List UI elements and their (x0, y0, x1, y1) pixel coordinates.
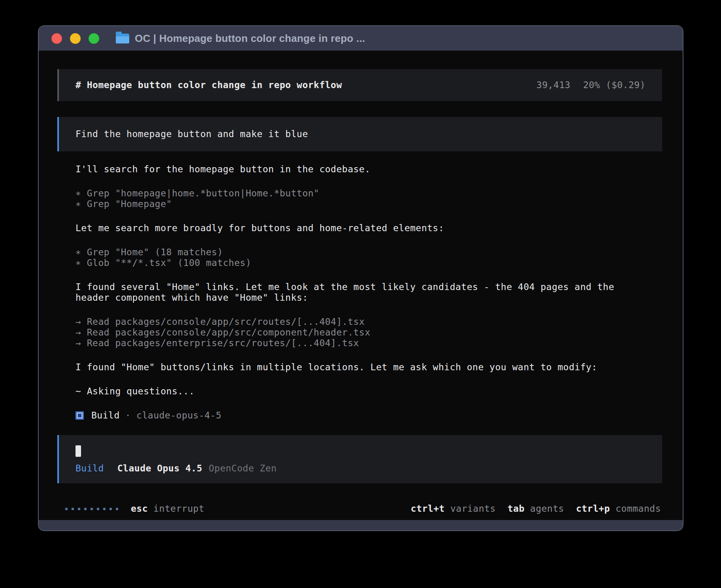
agent-icon (75, 411, 84, 420)
transcript-paragraph: I found "Home" buttons/links in multiple… (75, 362, 662, 373)
transcript-line: header component which have "Home" links… (75, 292, 662, 303)
agent-model: claude-opus-4-5 (136, 410, 221, 421)
interrupt-label: interrupt (153, 503, 204, 514)
transcript-line: ∗ Grep "homepage|home.*button|Home.*butt… (75, 188, 662, 199)
transcript-line: Let me search more broadly for buttons a… (75, 223, 662, 234)
esc-key-hint: esc (131, 503, 148, 514)
spinner-dots (65, 508, 118, 510)
status-bar: esc interrupt ctrl+t variants tab agents… (57, 503, 662, 514)
transcript-paragraph: ∗ Grep "Home" (18 matches)∗ Glob "**/*.t… (75, 247, 662, 268)
title-bar: OC | Homepage button color change in rep… (39, 26, 683, 51)
minimize-button[interactable] (70, 33, 81, 44)
agents-label: agents (530, 503, 564, 514)
spinner-dot (103, 508, 106, 510)
spinner-dot (91, 508, 93, 510)
agent-status-line: Build · claude-opus-4-5 (57, 410, 662, 421)
transcript-line: ∗ Glob "**/*.tsx" (100 matches) (75, 258, 662, 268)
terminal-content: # Homepage button color change in repo w… (39, 51, 683, 520)
text-cursor (75, 445, 81, 457)
window-title: OC | Homepage button color change in rep… (135, 32, 365, 45)
ctrl-t-key-hint: ctrl+t (411, 503, 445, 514)
transcript-line: ∗ Grep "Homepage" (75, 199, 662, 209)
transcript-line: I'll search for the homepage button in t… (75, 164, 662, 175)
spinner-dot (97, 508, 99, 510)
user-message: Find the homepage button and make it blu… (57, 117, 662, 151)
transcript-line: → Read packages/console/app/src/componen… (75, 327, 662, 338)
transcript-paragraph: I found several "Home" links. Let me loo… (75, 282, 662, 303)
window-footer-strip (39, 520, 683, 530)
transcript-paragraph: Let me search more broadly for buttons a… (75, 223, 662, 234)
status-right: ctrl+t variants tab agents ctrl+p comman… (399, 503, 661, 514)
agent-name: Build (91, 410, 120, 421)
transcript: I'll search for the homepage button in t… (57, 164, 662, 397)
spinner-dot (65, 508, 68, 510)
commands-label: commands (615, 503, 661, 514)
token-count: 39,413 (536, 80, 570, 90)
spinner-dot (84, 508, 87, 510)
agent-separator: · (125, 410, 131, 421)
context-cost: 20% ($0.29) (583, 80, 646, 90)
status-left: esc interrupt (65, 503, 204, 514)
transcript-line: I found several "Home" links. Let me loo… (75, 282, 662, 292)
variants-label: variants (450, 503, 496, 514)
session-header: # Homepage button color change in repo w… (57, 69, 662, 101)
transcript-line: ∗ Grep "Home" (18 matches) (75, 247, 662, 258)
shortcut-agents: tab agents (508, 503, 564, 514)
session-title: # Homepage button color change in repo w… (75, 80, 342, 90)
spinner-dot (78, 508, 80, 510)
transcript-paragraph: ∗ Grep "homepage|home.*button|Home.*butt… (75, 188, 662, 209)
input-provider: OpenCode Zen (209, 463, 277, 474)
transcript-paragraph: ~ Asking questions... (75, 386, 662, 397)
shortcut-variants: ctrl+t variants (411, 503, 496, 514)
session-stats: 39,413 20% ($0.29) (536, 80, 646, 90)
transcript-line: I found "Home" buttons/links in multiple… (75, 362, 662, 373)
transcript-paragraph: → Read packages/console/app/src/routes/[… (75, 317, 662, 349)
shortcut-commands: ctrl+p commands (576, 503, 661, 514)
zoom-button[interactable] (89, 33, 99, 44)
transcript-line: → Read packages/enterprise/src/routes/[.… (75, 338, 662, 349)
transcript-line: ~ Asking questions... (75, 386, 662, 397)
input-mode: Build (75, 463, 104, 474)
transcript-paragraph: I'll search for the homepage button in t… (75, 164, 662, 175)
spinner-dot (109, 508, 112, 510)
spinner-dot (72, 508, 74, 510)
close-button[interactable] (51, 33, 62, 44)
input-model: Claude Opus 4.5 (117, 463, 202, 474)
tab-key-hint: tab (508, 503, 525, 514)
spinner-dot (116, 508, 118, 510)
terminal-window: OC | Homepage button color change in rep… (38, 25, 683, 531)
folder-icon (116, 34, 129, 43)
transcript-line: → Read packages/console/app/src/routes/[… (75, 317, 662, 327)
ctrl-p-key-hint: ctrl+p (576, 503, 610, 514)
input-meta: Build Claude Opus 4.5 OpenCode Zen (75, 463, 646, 474)
prompt-input[interactable]: Build Claude Opus 4.5 OpenCode Zen (57, 435, 662, 483)
